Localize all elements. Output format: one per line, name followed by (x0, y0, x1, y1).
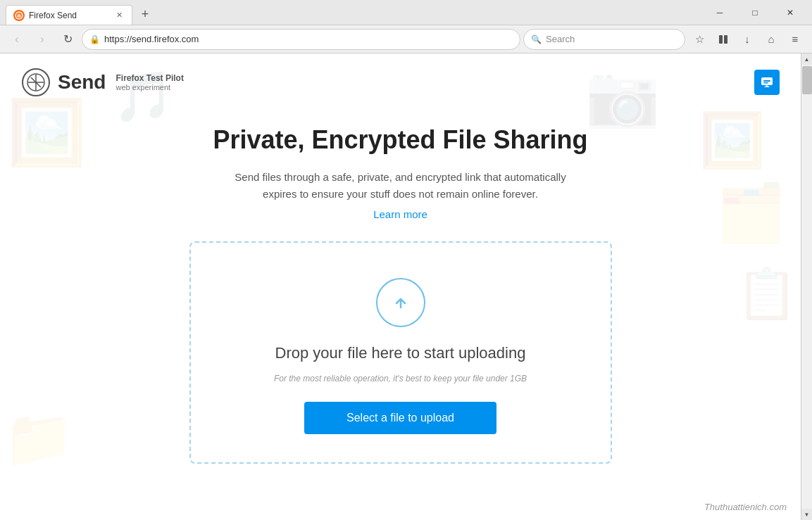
url-text: https://send.firefox.com (104, 34, 513, 44)
forward-button[interactable]: › (31, 28, 54, 51)
watermark: Thuthuattienich.com (704, 502, 787, 512)
back-button[interactable]: ‹ (6, 28, 28, 51)
upload-subtitle: For the most reliable operation, it's be… (274, 374, 527, 383)
svg-rect-7 (763, 82, 768, 84)
new-tab-button[interactable]: + (135, 5, 155, 25)
minimize-button[interactable]: ─ (704, 0, 736, 25)
lock-icon: 🔒 (89, 34, 100, 44)
maximize-button[interactable]: □ (739, 0, 771, 25)
logo-tagline-top: Firefox Test Pilot (115, 73, 183, 83)
search-placeholder-text: Search (546, 34, 677, 44)
tab-title-text: Firefox Send (29, 11, 109, 20)
svg-rect-6 (763, 80, 770, 82)
close-button[interactable]: ✕ (774, 0, 806, 25)
svg-rect-1 (719, 35, 723, 44)
menu-button[interactable]: ≡ (784, 28, 806, 51)
page-body: 🖼️ 🎵 📷 🖼️ 🗂️ 📋 📁 (0, 53, 801, 518)
tab-close-button[interactable]: ✕ (113, 10, 125, 21)
tab-favicon (13, 10, 25, 21)
logo-icon (21, 68, 51, 97)
logo-tagline-bottom: web experiment (115, 83, 183, 91)
search-bar[interactable]: 🔍 Search (523, 29, 685, 50)
upload-drop-title: Drop your file here to start uploading (275, 344, 526, 362)
title-bar: Firefox Send ✕ + ─ □ ✕ (0, 0, 812, 25)
address-bar[interactable]: 🔒 https://send.firefox.com (82, 29, 520, 50)
nav-action-buttons: ☆ ↓ ⌂ ≡ (688, 28, 806, 51)
window-controls: ─ □ ✕ (704, 0, 806, 25)
upload-icon (376, 278, 425, 327)
scrollbar[interactable]: ▲ ▼ (801, 53, 812, 520)
learn-more-link[interactable]: Learn more (373, 208, 427, 220)
scrollbar-down-button[interactable]: ▼ (801, 509, 813, 520)
logo-tagline: Firefox Test Pilot web experiment (115, 73, 183, 91)
browser-window: Firefox Send ✕ + ─ □ ✕ ‹ › ↻ 🔒 https://s… (0, 0, 812, 520)
main-content: Private, Encrypted File Sharing Send fil… (0, 111, 801, 492)
reload-button[interactable]: ↻ (56, 28, 79, 51)
page-description: Send files through a safe, private, and … (218, 169, 584, 203)
download-button[interactable]: ↓ (736, 28, 758, 51)
active-tab[interactable]: Firefox Send ✕ (6, 5, 132, 25)
svg-rect-2 (724, 35, 727, 44)
home-button[interactable]: ⌂ (760, 28, 782, 51)
reader-button[interactable] (712, 28, 735, 51)
search-icon: 🔍 (531, 34, 542, 44)
tab-bar: Firefox Send ✕ + (6, 0, 704, 25)
upload-drop-zone[interactable]: Drop your file here to start uploading F… (189, 241, 612, 464)
bookmark-button[interactable]: ☆ (688, 28, 711, 51)
page-content-area: 🖼️ 🎵 📷 🖼️ 🗂️ 📋 📁 (0, 53, 801, 520)
logo-text: Send (58, 71, 106, 94)
navigation-bar: ‹ › ↻ 🔒 https://send.firefox.com 🔍 Searc… (0, 25, 812, 53)
chat-button[interactable] (754, 70, 780, 95)
page-title: Private, Encrypted File Sharing (28, 125, 773, 155)
site-header: Send Firefox Test Pilot web experiment (0, 53, 801, 111)
select-file-button[interactable]: Select a file to upload (304, 402, 496, 434)
content-wrapper: 🖼️ 🎵 📷 🖼️ 🗂️ 📋 📁 (0, 53, 812, 520)
scrollbar-thumb[interactable] (802, 66, 812, 94)
logo-area: Send Firefox Test Pilot web experiment (21, 68, 184, 97)
scrollbar-up-button[interactable]: ▲ (801, 53, 813, 65)
